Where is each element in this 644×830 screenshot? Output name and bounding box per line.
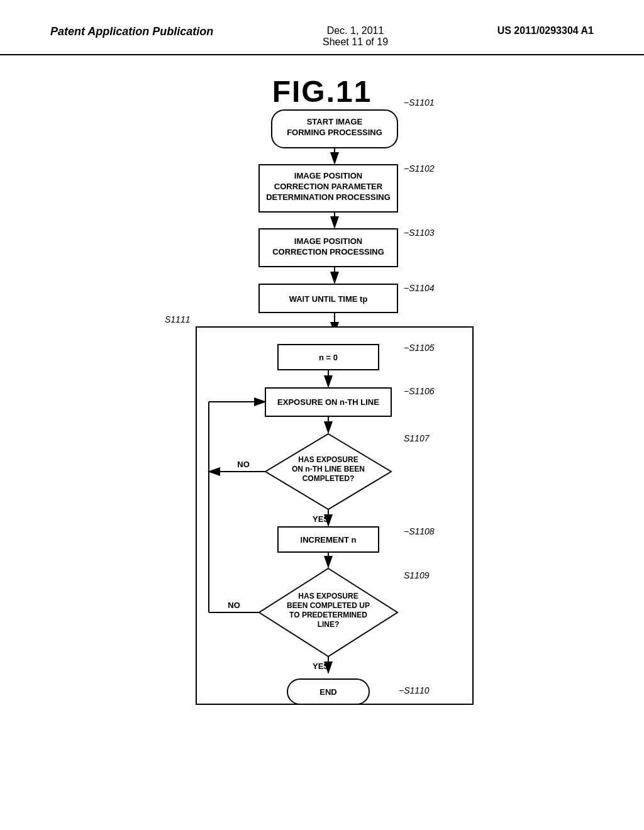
step-s1103-label: −S1103 <box>404 228 435 238</box>
svg-text:IMAGE POSITION: IMAGE POSITION <box>294 171 362 180</box>
page-header: Patent Application Publication Dec. 1, 2… <box>0 0 644 55</box>
svg-text:CORRECTION PARAMETER: CORRECTION PARAMETER <box>274 182 383 191</box>
svg-text:START IMAGE: START IMAGE <box>307 117 363 126</box>
step-s1109-label: S1109 <box>404 570 430 580</box>
step-s1110-label: −S1110 <box>399 685 430 695</box>
step-s1107-label: S1107 <box>404 433 430 443</box>
svg-text:COMPLETED?: COMPLETED? <box>303 474 355 483</box>
header-sheet: Sheet 11 of 19 <box>323 36 388 48</box>
svg-text:CORRECTION PROCESSING: CORRECTION PROCESSING <box>272 247 384 257</box>
svg-text:BEEN COMPLETED UP: BEEN COMPLETED UP <box>287 601 370 610</box>
step-s1106-label: −S1106 <box>404 386 435 396</box>
header-publication: Patent Application Publication <box>50 25 213 38</box>
step-s1102-label: −S1102 <box>404 163 435 174</box>
label-yes-s1107: YES <box>313 514 329 524</box>
label-yes-s1109: YES <box>313 661 329 671</box>
svg-text:EXPOSURE ON n-TH LINE: EXPOSURE ON n-TH LINE <box>277 397 379 407</box>
step-s1104-label: −S1104 <box>404 283 435 293</box>
svg-text:DETERMINATION PROCESSING: DETERMINATION PROCESSING <box>266 192 391 202</box>
header-date: Dec. 1, 2011 <box>323 25 388 36</box>
svg-text:WAIT UNTIL TIME tp: WAIT UNTIL TIME tp <box>289 294 368 304</box>
svg-text:INCREMENT n: INCREMENT n <box>301 535 357 545</box>
header-sheet-info: Dec. 1, 2011 Sheet 11 of 19 <box>323 25 388 48</box>
step-s1111-label: S1111 <box>165 314 190 324</box>
publication-label: Patent Application Publication <box>50 25 213 38</box>
flowchart: −S1101 START IMAGE FORMING PROCESSING −S… <box>127 88 517 748</box>
svg-text:TO PREDETERMINED: TO PREDETERMINED <box>289 611 367 619</box>
svg-text:FORMING PROCESSING: FORMING PROCESSING <box>287 128 382 137</box>
page: Patent Application Publication Dec. 1, 2… <box>0 0 644 830</box>
svg-text:ON n-TH LINE BEEN: ON n-TH LINE BEEN <box>292 465 365 473</box>
step-s1105-label: −S1105 <box>404 343 435 353</box>
svg-text:HAS EXPOSURE: HAS EXPOSURE <box>298 592 358 600</box>
label-no-s1109: NO <box>228 600 240 610</box>
svg-text:LINE?: LINE? <box>318 620 340 629</box>
header-patent-number: US 2011/0293304 A1 <box>497 25 594 36</box>
svg-text:n = 0: n = 0 <box>319 353 338 362</box>
svg-text:END: END <box>319 687 336 697</box>
svg-text:IMAGE POSITION: IMAGE POSITION <box>294 236 362 246</box>
step-s1101-label: −S1101 <box>404 97 435 108</box>
label-no-s1107: NO <box>237 460 250 469</box>
svg-text:HAS EXPOSURE: HAS EXPOSURE <box>298 455 358 464</box>
step-s1108-label: −S1108 <box>404 526 435 536</box>
